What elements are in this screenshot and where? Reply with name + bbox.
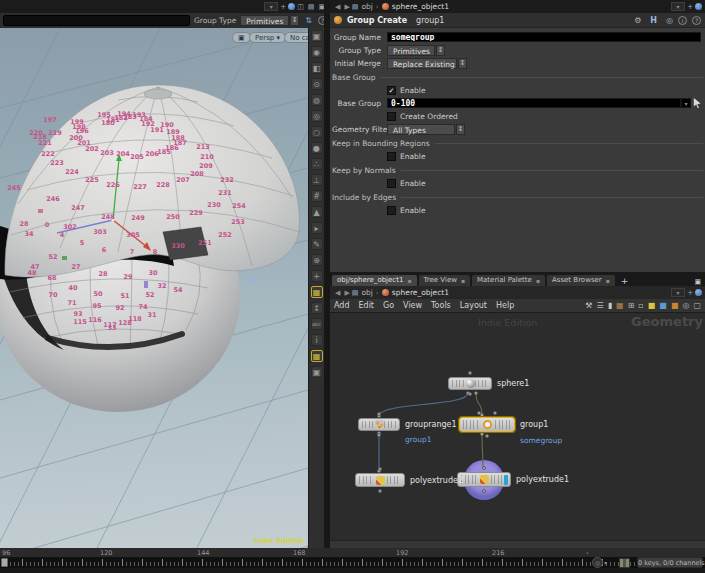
info-icon[interactable]: i [678, 16, 687, 25]
search-icon[interactable]: ◎ [666, 16, 673, 25]
breadcrumb-root[interactable]: obj [361, 288, 372, 297]
breadcrumb-root[interactable]: obj [361, 2, 372, 11]
input-connector[interactable] [493, 411, 497, 415]
node-name-field[interactable]: group1 [416, 16, 444, 25]
initial-merge-select[interactable]: Replace Existing ↕ [387, 58, 467, 69]
reselect-cursor-icon[interactable] [693, 98, 701, 108]
bounding-regions-enable-checkbox[interactable] [387, 152, 396, 161]
output-connector[interactable] [377, 433, 381, 437]
ghost-objects-icon[interactable]: ○ [311, 126, 323, 138]
network-canvas[interactable]: Indie Edition Geometry sphere1grouprange… [330, 312, 705, 540]
tree-list-icon[interactable]: ☰ [597, 301, 604, 310]
node-label-sphere1[interactable]: sphere1 [497, 379, 529, 388]
output-connector[interactable] [468, 392, 472, 396]
group-type-select[interactable]: Primitives ↕ [387, 45, 445, 56]
group-name-input[interactable] [387, 32, 701, 42]
prim-numbers-icon[interactable]: ▦ [311, 286, 323, 298]
key-icon[interactable]: ⊕ [311, 254, 323, 266]
select-visible-icon[interactable]: ▸ [311, 222, 323, 234]
menu-view[interactable]: View [403, 301, 422, 310]
persp-view-button[interactable]: Persp ▾ [249, 32, 286, 43]
tab-close-icon[interactable]: ▪ [407, 277, 411, 284]
new-tab-button[interactable]: + [617, 276, 633, 286]
linked-orb-icon[interactable] [695, 289, 702, 296]
presets-icon[interactable]: H [650, 16, 657, 25]
input-connector[interactable] [377, 412, 381, 416]
linked-orb-icon[interactable] [695, 3, 702, 10]
network-scrollbar[interactable] [330, 540, 705, 548]
breadcrumb[interactable]: ▤ obj › sphere_object1 [352, 288, 449, 297]
tools-icon[interactable]: ⚒ [585, 301, 592, 310]
group-type-spinner[interactable]: ↕ [290, 15, 299, 26]
sticky-blue-icon[interactable]: ■ [659, 301, 667, 310]
tab-close-icon[interactable]: ▪ [536, 277, 540, 284]
points-display-icon[interactable]: ∴ [311, 158, 323, 170]
handles-icon[interactable]: + [311, 270, 323, 282]
net-dropdown-icon[interactable]: ▾ [671, 288, 685, 297]
snapshot-pill[interactable]: ▣ [232, 32, 251, 43]
menu-layout[interactable]: Layout [460, 301, 487, 310]
include-by-edges-enable-checkbox[interactable] [387, 206, 396, 215]
base-group-input[interactable] [387, 98, 681, 108]
help-icon[interactable]: ? [692, 16, 701, 25]
shading-mode-icon[interactable]: ◉ [311, 46, 323, 58]
image-plane-icon[interactable]: ▣ [311, 366, 323, 378]
frame-all-icon[interactable]: ▢ [693, 301, 701, 310]
material-ball-icon[interactable]: ◍ [311, 94, 323, 106]
color-grid-icon[interactable]: ▦ [616, 301, 624, 310]
display-objects-icon[interactable]: ● [311, 142, 323, 154]
snap-grid-icon[interactable]: ▫ [638, 301, 643, 310]
grid-display-icon[interactable]: ▦ [311, 350, 323, 362]
sort-arrows-icon[interactable]: ⇅ [305, 16, 312, 25]
highlight-icon[interactable]: ◎ [311, 110, 323, 122]
tab-tree-view[interactable]: Tree View▪ [419, 275, 471, 286]
pin-icon[interactable]: + [687, 3, 693, 11]
point-numbers-icon[interactable]: # [311, 190, 323, 202]
sticky-yellow-icon[interactable]: ■ [648, 301, 656, 310]
input-connector[interactable] [477, 411, 481, 415]
input-connector[interactable] [378, 467, 382, 471]
measure-icon[interactable]: ↕ [311, 302, 323, 314]
tab-material-palette[interactable]: Material Palette▪ [472, 275, 545, 286]
node-label-group1[interactable]: group1 [520, 420, 548, 429]
nav-forward-icon[interactable]: ▶ [344, 3, 349, 11]
group-list-dropdown-icon[interactable]: ▾ [681, 98, 691, 108]
input-connector[interactable] [468, 371, 472, 375]
input-connector[interactable] [482, 466, 486, 470]
operation-strip[interactable] [3, 15, 190, 26]
lock-camera-icon[interactable]: ◧ [311, 62, 323, 74]
pencil-icon[interactable]: ✎ [311, 238, 323, 250]
output-connector[interactable] [485, 434, 489, 438]
snapshot-icon[interactable]: ▣ [311, 30, 323, 42]
output-connector[interactable] [482, 489, 486, 493]
linked-orb-icon[interactable] [288, 3, 295, 10]
pane-dropdown-icon[interactable]: ▾ [264, 2, 278, 11]
timeline-zoom-control[interactable]: ◎▾ [592, 557, 612, 568]
breadcrumb[interactable]: ▤ obj › sphere_object1 [352, 2, 449, 11]
dopesheet-icon[interactable] [619, 558, 630, 568]
tab-close-icon[interactable]: ▪ [606, 277, 610, 284]
keys-info-button[interactable]: 0 keys, 0/0 channels [637, 557, 703, 568]
output-connector[interactable] [378, 489, 382, 493]
info-icon[interactable]: i [311, 334, 323, 346]
menu-help[interactable]: Help [496, 301, 514, 310]
display-flag[interactable] [504, 475, 508, 485]
keep-by-normals-enable-checkbox[interactable] [387, 179, 396, 188]
nav-forward-icon[interactable]: ▶ [344, 289, 349, 297]
node-group1[interactable] [459, 417, 515, 432]
base-group-enable-checkbox[interactable]: ✓ [387, 86, 396, 95]
nav-back-icon[interactable]: ◀ [335, 3, 340, 11]
node-sphere1[interactable] [448, 377, 492, 390]
pin-icon[interactable]: + [687, 289, 693, 297]
pin-icon[interactable]: + [280, 3, 286, 11]
display-panel-icon[interactable]: ▮ [608, 301, 612, 310]
sticky-orange-icon[interactable]: ■ [671, 301, 679, 310]
node-label-polyextrude1[interactable]: polyextrude1 [516, 475, 569, 484]
pane-split-horizontal-icon[interactable]: ◫ [297, 3, 304, 11]
layout-grid-icon[interactable]: ⊞ [628, 301, 635, 310]
node-label-grouprange1[interactable]: grouprange1 [405, 420, 457, 429]
tab-close-icon[interactable]: ▪ [461, 277, 465, 284]
point-normals-icon[interactable]: ⊥ [311, 174, 323, 186]
menu-tools[interactable]: Tools [431, 301, 451, 310]
pane-tab-menu-icon[interactable]: ▣ [694, 278, 701, 286]
